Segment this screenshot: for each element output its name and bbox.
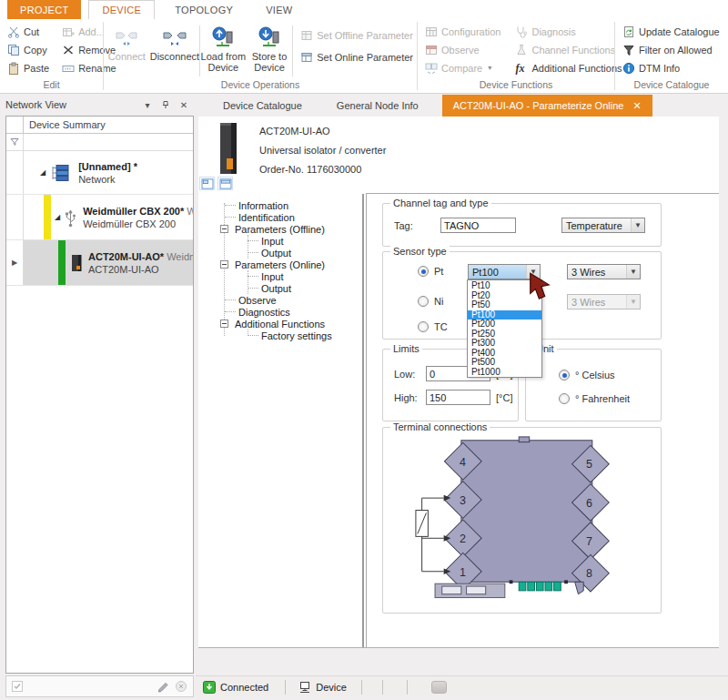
- tc-radio[interactable]: [418, 321, 429, 332]
- store-to-device-icon: [258, 25, 281, 49]
- pin-icon[interactable]: [159, 99, 172, 110]
- filter-funnel-icon[interactable]: [6, 134, 24, 150]
- tag-input[interactable]: [440, 218, 516, 233]
- option-pt300[interactable]: Pt300: [468, 339, 541, 349]
- edit-pencil-icon[interactable]: [157, 680, 169, 693]
- ribbon-group-device-catalogue: Update Catalogue Filter on Allowed DTM I…: [615, 19, 728, 93]
- tab-general-node-info[interactable]: General Node Info: [326, 95, 430, 117]
- connect-button[interactable]: Connect: [104, 23, 150, 79]
- table-row[interactable]: ◢ Weidmüller CBX 200* Wei... Weidmüller …: [6, 195, 193, 240]
- collapse-box-icon[interactable]: [220, 260, 228, 269]
- compare-button[interactable]: Compare ▾: [421, 59, 504, 76]
- fahrenheit-radio[interactable]: [559, 393, 570, 404]
- network-view-header: Device Summary: [6, 117, 193, 134]
- channel-type-select[interactable]: Temperature ▼: [561, 218, 645, 233]
- load-from-device-button[interactable]: Load from Device: [200, 23, 247, 79]
- cut-button[interactable]: Cut: [4, 23, 53, 40]
- collapse-box-icon[interactable]: [220, 320, 228, 328]
- paste-button[interactable]: Paste: [4, 59, 53, 76]
- status-bar-button[interactable]: [431, 681, 447, 694]
- high-input[interactable]: [426, 390, 490, 405]
- expand-arrow-icon[interactable]: ◢: [40, 168, 46, 177]
- option-pt50[interactable]: Pt50: [468, 300, 541, 310]
- device-thumbnail: [218, 122, 238, 175]
- fahrenheit-label: ° Fahrenheit: [575, 393, 630, 404]
- pt-radio[interactable]: [418, 266, 429, 277]
- tree-item-identification[interactable]: Identification: [198, 211, 362, 223]
- set-online-parameter-button[interactable]: Set Online Parameter: [297, 48, 417, 66]
- status-separator: [285, 680, 286, 695]
- checkbox-icon[interactable]: [12, 681, 23, 692]
- paste-label: Paste: [24, 63, 49, 74]
- tree-item-label: Input: [261, 236, 283, 247]
- ribbon-tab-project[interactable]: PROJECT: [7, 0, 81, 19]
- dtm-info-button[interactable]: DTM Info: [619, 59, 723, 76]
- svg-text:6: 6: [586, 497, 592, 510]
- table-row[interactable]: ◢ [Unnamed] * Network: [6, 151, 193, 195]
- tree-item-observe[interactable]: Observe: [198, 294, 362, 306]
- panel-menu-icon[interactable]: ▾: [141, 99, 154, 110]
- tree-item-information[interactable]: Information: [198, 199, 362, 211]
- set-online-parameter-icon: [300, 51, 313, 64]
- configuration-button[interactable]: Configuration: [421, 23, 504, 40]
- window-layout-icon[interactable]: [199, 177, 215, 190]
- tree-item-additional-functions[interactable]: Additional Functions: [198, 318, 362, 330]
- tab-parameterize-online[interactable]: ACT20M-UI-AO - Parameterize Online ✕: [442, 95, 652, 117]
- table-row-selected[interactable]: ▶ ACT20M-UI-AO* Weidm... ACT20M-UI-AO: [6, 240, 193, 286]
- wires-select-disabled[interactable]: 3 Wires ▼: [567, 294, 641, 309]
- tree-item-parameters-offline[interactable]: Parameters (Offline): [198, 223, 362, 235]
- ni-radio[interactable]: [418, 296, 429, 307]
- ribbon-tab-topology[interactable]: TOPOLOGY: [162, 0, 246, 19]
- disconnect-icon: [163, 25, 187, 49]
- copy-button[interactable]: Copy: [4, 41, 53, 58]
- chevron-down-icon: ▼: [626, 265, 640, 279]
- svg-text:7: 7: [586, 535, 592, 548]
- ribbon-tab-device[interactable]: DEVICE: [88, 0, 155, 19]
- filter-on-allowed-label: Filter on Allowed: [639, 45, 713, 56]
- clear-circle-icon[interactable]: [175, 680, 187, 693]
- paste-icon: [7, 62, 20, 75]
- observe-button[interactable]: Observe: [421, 41, 504, 58]
- tree-item-label: Parameters (Offline): [235, 224, 325, 235]
- tab-close-icon[interactable]: ✕: [632, 100, 641, 112]
- wires-select[interactable]: 3 Wires ▼: [567, 264, 641, 279]
- status-bar-green: [58, 240, 66, 285]
- update-catalogue-button[interactable]: Update Catalogue: [619, 23, 723, 40]
- tree-item-parameters-online[interactable]: Parameters (Online): [198, 259, 362, 270]
- close-icon[interactable]: ✕: [177, 99, 190, 110]
- pt-label: Pt: [434, 266, 443, 277]
- window-header-icon[interactable]: [217, 177, 233, 190]
- cut-label: Cut: [24, 26, 39, 37]
- tree-item-factory-settings[interactable]: Factory settings: [198, 330, 362, 341]
- filter-on-allowed-button[interactable]: Filter on Allowed: [619, 41, 723, 58]
- row-selector-cell: [6, 151, 24, 194]
- ribbon-tab-view[interactable]: VIEW: [253, 0, 305, 19]
- node-subtitle: ACT20M-UI-AO: [88, 264, 193, 275]
- expand-arrow-icon[interactable]: ◢: [55, 213, 60, 221]
- filter-row[interactable]: [6, 134, 193, 151]
- status-separator: [407, 680, 408, 695]
- tree-item-label: Identification: [238, 212, 295, 223]
- option-pt1000[interactable]: Pt1000: [468, 368, 541, 378]
- ni-label: Ni: [434, 296, 443, 307]
- tree-item-label: Factory settings: [261, 330, 332, 341]
- tab-device-catalogue[interactable]: Device Catalogue: [212, 95, 313, 117]
- tree-item-online-output[interactable]: Output: [198, 282, 362, 294]
- tree-item-label: Output: [261, 248, 291, 259]
- disconnect-button[interactable]: Disconnect: [150, 23, 199, 79]
- document-area: Device Catalogue General Node Info ACT20…: [196, 95, 728, 700]
- store-to-device-button[interactable]: Store to Device: [247, 23, 293, 79]
- option-pt200[interactable]: Pt200: [468, 320, 541, 330]
- node-name-suffix: Wei...: [184, 206, 193, 217]
- high-unit-suffix: [°C]: [496, 392, 512, 403]
- observe-label: Observe: [441, 45, 480, 56]
- tree-item-offline-input[interactable]: Input: [198, 235, 362, 247]
- tree-item-online-input[interactable]: Input: [198, 270, 362, 282]
- set-offline-parameter-button[interactable]: Set Offline Parameter: [297, 26, 417, 44]
- celsius-radio[interactable]: [559, 370, 570, 380]
- option-pt500[interactable]: Pt500: [468, 358, 541, 368]
- collapse-box-icon[interactable]: [220, 225, 228, 233]
- tree-item-diagnostics[interactable]: Diagnostics: [198, 306, 362, 318]
- status-separator: [361, 680, 362, 695]
- tree-item-offline-output[interactable]: Output: [198, 247, 362, 259]
